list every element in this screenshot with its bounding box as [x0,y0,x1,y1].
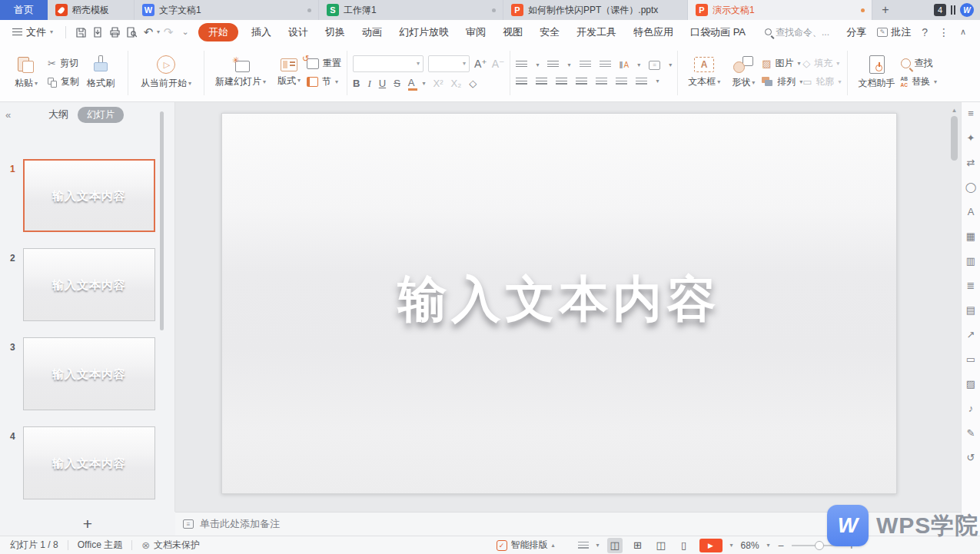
chevron-down-icon[interactable]: ▾ [730,542,733,549]
history-icon[interactable]: ↺ [967,453,975,463]
decrease-indent-button[interactable] [580,61,591,69]
menu-tab-animation[interactable]: 动画 [354,25,390,39]
textbox-button[interactable]: A 文本框▾ [683,57,725,88]
play-from-current-button[interactable]: ▷ 从当前开始▾ [134,55,198,90]
superscript-button[interactable]: X² [433,78,443,89]
zoom-slider-knob[interactable] [815,541,824,550]
bold-button[interactable]: B [353,78,360,89]
shrink-font-button[interactable]: A⁻ [492,58,505,70]
smart-typeset-button[interactable]: ✓ 智能排版 ▴ [497,539,555,552]
distribute-button[interactable] [596,78,607,86]
slide-thumbnail-1[interactable]: 输入文本内容 [23,159,155,232]
redo-button[interactable]: ↷ [160,24,177,41]
save-button[interactable] [72,24,89,41]
zoom-level[interactable]: 68% [741,540,759,551]
chart-icon[interactable]: ▥ [966,256,975,266]
protection-status[interactable]: 文档未保护 [154,539,200,552]
chevron-down-icon[interactable]: ▾ [669,62,672,68]
line-spacing-button[interactable] [616,78,627,86]
slide-thumbnail-2[interactable]: 输入文本内容 [23,248,155,321]
wps-logo-icon[interactable]: W [960,3,974,17]
outline-button[interactable]: ▭ 轮廓 ▾ [802,75,841,88]
paragraph-spacing-button[interactable] [636,78,647,86]
more-menu-button[interactable]: ⋮ [938,26,949,38]
section-button[interactable]: 节 ▾ [307,75,341,88]
justify-button[interactable] [576,78,587,86]
menu-tab-slideshow[interactable]: 幻灯片放映 [390,25,457,39]
home-tab[interactable]: 首页 [0,0,48,20]
align-right-button[interactable] [556,78,567,86]
shapes-rail-icon[interactable]: ◯ [965,182,977,192]
arrange-button[interactable]: 排列 ▾ [762,75,802,88]
file-menu-button[interactable]: 文件 ▾ [6,25,59,39]
numbering-button[interactable] [547,61,559,69]
chevron-down-icon[interactable]: ▾ [767,542,770,549]
menu-tab-review[interactable]: 审阅 [457,25,494,39]
grow-font-button[interactable]: A⁺ [474,58,487,70]
scrollbar-up-arrow[interactable]: ▴ [950,106,958,114]
command-search-input[interactable] [776,27,842,38]
customize-quickbar-button[interactable]: ⌄ [177,24,194,41]
align-center-button[interactable] [536,78,547,86]
help-button[interactable]: ? [922,26,928,38]
chevron-down-icon[interactable]: ▾ [637,62,640,68]
new-slide-button[interactable]: ✳ 新建幻灯片▾ [210,57,271,88]
theme-name[interactable]: Office 主题 [78,539,122,552]
menu-tab-pocket-animation[interactable]: 口袋动画 PA [682,25,754,39]
new-tab-button[interactable]: + [872,0,899,20]
reading-view-button[interactable]: ◫ [653,538,669,553]
font-size-select[interactable]: ▾ [428,55,470,72]
format-painter-button[interactable]: 格式刷 [79,55,122,90]
font-color-button[interactable]: A [408,77,415,90]
image-doc-icon[interactable]: ▤ [966,305,975,315]
tab-count-badge[interactable]: 4 [934,4,946,16]
autofit-button[interactable] [578,542,589,549]
italic-button[interactable]: I [367,78,370,90]
undo-button[interactable]: ↶ [140,24,157,41]
tab-presentation1-active[interactable]: P 演示文稿1 [688,0,872,20]
menu-tab-home[interactable]: 开始 [198,23,238,41]
editing-canvas[interactable]: 输入文本内容 ▴ [175,102,961,512]
tab-docer-templates[interactable]: 稻壳模板 [48,0,135,20]
picture-rail-icon[interactable]: ▨ [966,379,975,389]
normal-view-button[interactable]: ◫ [607,538,623,553]
rail-menu-icon[interactable]: ≡ [968,108,974,118]
text-anchor-button[interactable]: = [649,61,660,70]
collapse-panel-button[interactable]: « [5,109,11,121]
share-rail-icon[interactable]: ↗ [967,330,975,340]
panel-scrollbar-thumb[interactable] [160,111,164,330]
add-slide-button[interactable]: + [83,516,92,532]
reset-slide-button[interactable]: 重置 [307,57,341,70]
layout-rail-icon[interactable]: ▦ [966,231,975,241]
subscript-button[interactable]: X₂ [450,78,461,89]
increase-indent-button[interactable] [600,61,611,69]
font-name-select[interactable]: ▾ [353,55,424,72]
slide-title-text[interactable]: 输入文本内容 [398,266,721,333]
transition-icon[interactable]: ⇄ [967,158,975,168]
chevron-down-icon[interactable]: ▾ [536,62,539,68]
current-slide[interactable]: 输入文本内容 [221,113,897,494]
menu-tab-security[interactable]: 安全 [531,25,568,39]
strikethrough-button[interactable]: S [394,78,400,89]
outline-tab[interactable]: 大纲 [48,108,68,121]
output-button[interactable] [89,24,106,41]
phone-remote-button[interactable]: ▯ [676,538,692,553]
share-button[interactable]: 分享 [846,25,866,39]
menu-tab-transition[interactable]: 切换 [317,25,354,39]
print-button[interactable] [106,24,123,41]
menu-tab-devtools[interactable]: 开发工具 [568,25,625,39]
notes-placeholder[interactable]: 单击此处添加备注 [200,517,280,531]
doc-assistant-button[interactable]: 文档助手 [853,55,901,90]
copy-button[interactable]: 复制 [48,75,79,88]
slide-thumbnail-3[interactable]: 输入文本内容 [23,337,155,410]
replace-button[interactable]: ABAC 替换 ▾ [901,75,937,88]
menu-tab-view[interactable]: 视图 [494,25,531,39]
fill-button[interactable]: ◇ 填充 ▾ [802,57,841,70]
canvas-scrollbar-thumb[interactable] [951,116,958,161]
comment-button[interactable]: ✎ 批注 [877,25,911,39]
print-preview-button[interactable] [123,24,140,41]
tab-writer-doc[interactable]: W 文字文稿1 [135,0,319,20]
tab-spreadsheet[interactable]: S 工作簿1 [319,0,503,20]
menu-tab-design[interactable]: 设计 [280,25,317,39]
cut-button[interactable]: ✂ 剪切 [48,57,79,70]
